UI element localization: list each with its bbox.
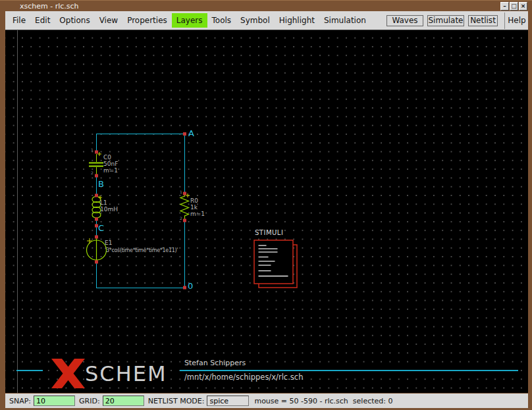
menu-tools[interactable]: Tools bbox=[207, 13, 236, 28]
c0-value-label: 50nF bbox=[103, 161, 118, 167]
schematic-file-path: /mnt/x/home/schippes/x/rlc.sch bbox=[184, 372, 303, 382]
menu-simulation[interactable]: Simulation bbox=[319, 13, 371, 28]
help-button[interactable]: Help bbox=[506, 15, 528, 26]
menubar: File Edit Options View Properties Layers… bbox=[5, 11, 528, 30]
menu-symbol[interactable]: Symbol bbox=[236, 13, 275, 28]
e1-expression-label: '3*cos(time*time*time*1e11)' bbox=[105, 247, 178, 253]
grid-label: GRID: bbox=[79, 397, 100, 405]
stimuli-icon[interactable] bbox=[254, 240, 297, 288]
l1-value-label: 10mH bbox=[100, 206, 118, 213]
r0-pin1-number: 1 bbox=[180, 190, 182, 194]
netlist-mode-input[interactable] bbox=[207, 396, 249, 406]
waves-button[interactable]: Waves bbox=[386, 15, 423, 26]
statusbar: SNAP: GRID: NETLIST MODE: mouse = 50 -59… bbox=[5, 394, 528, 408]
node-label-a[interactable]: A bbox=[188, 129, 194, 138]
stimuli-label[interactable]: STIMULI bbox=[255, 229, 283, 236]
mouse-status: mouse = 50 -590 - rlc.sch selected: 0 bbox=[254, 397, 392, 405]
xschem-window: xschem - rlc.sch – □ × File Edit Options… bbox=[0, 0, 532, 410]
node-label-b[interactable]: B bbox=[98, 180, 104, 188]
titlebar[interactable]: xschem - rlc.sch – □ × bbox=[0, 0, 532, 11]
c0-ref-label: C0 bbox=[103, 154, 111, 161]
menu-layers[interactable]: Layers bbox=[172, 13, 207, 28]
xschem-logo-x-icon bbox=[51, 359, 85, 388]
simulate-button[interactable]: Simulate bbox=[427, 15, 464, 26]
c0-pin1-number: 1 bbox=[91, 148, 93, 152]
close-button[interactable]: × bbox=[519, 2, 527, 11]
menu-view[interactable]: View bbox=[95, 13, 122, 28]
minimize-button[interactable]: – bbox=[500, 2, 509, 11]
c0-mult-label: m=1 bbox=[103, 167, 118, 174]
r0-ref-label: R0 bbox=[190, 197, 198, 204]
l1-ref-label: L1 bbox=[100, 199, 107, 206]
author-name: Stefan Schippers bbox=[184, 359, 246, 367]
schematic-drawing bbox=[5, 30, 528, 393]
netlist-mode-label: NETLIST MODE: bbox=[148, 397, 205, 405]
r0-mult-label: m=1 bbox=[190, 211, 205, 217]
c0-pin2-number: 2 bbox=[91, 171, 93, 175]
grid-input[interactable] bbox=[103, 396, 144, 406]
r0-pin2-number: 2 bbox=[180, 217, 182, 220]
snap-label: SNAP: bbox=[9, 397, 31, 405]
menu-properties[interactable]: Properties bbox=[122, 13, 172, 28]
menu-options[interactable]: Options bbox=[55, 13, 94, 28]
xschem-logo-text: SCHEM bbox=[85, 362, 167, 386]
node-label-c[interactable]: C bbox=[98, 224, 104, 232]
menu-edit[interactable]: Edit bbox=[30, 13, 55, 28]
menubar-divider bbox=[504, 13, 505, 29]
menu-highlight[interactable]: Highlight bbox=[275, 13, 319, 28]
node-label-0[interactable]: 0 bbox=[188, 282, 193, 290]
e1-ref-label: E1 bbox=[105, 240, 112, 246]
r0-value-label: 1k bbox=[190, 204, 198, 211]
maximize-button[interactable]: □ bbox=[510, 2, 518, 11]
netlist-button[interactable]: Netlist bbox=[468, 15, 498, 26]
menu-file[interactable]: File bbox=[8, 13, 30, 28]
snap-input[interactable] bbox=[34, 396, 75, 406]
schematic-canvas[interactable]: A B C 0 C0 50nF m=1 L1 10mH E1 '3*cos(ti… bbox=[5, 30, 528, 393]
window-title: xschem - rlc.sch bbox=[20, 2, 79, 11]
